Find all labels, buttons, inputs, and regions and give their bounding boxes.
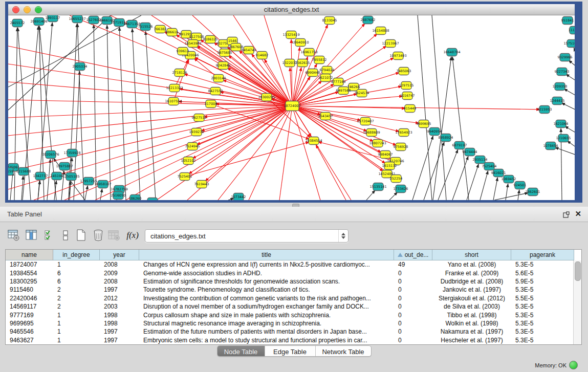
graph-edge	[389, 192, 398, 200]
graph-edge	[564, 89, 575, 96]
graph-node-label: 1862601	[526, 190, 540, 194]
graph-edge	[292, 106, 399, 132]
graph-node-label: 9242845	[216, 63, 231, 68]
cell-out_de: 0	[394, 337, 432, 344]
table-row[interactable]: 946362711997Embryonic stem cells: a mode…	[6, 336, 574, 344]
vertical-scrollbar[interactable]	[573, 260, 581, 344]
network-window-titlebar[interactable]: citations_edges.txt	[8, 4, 575, 15]
cell-out_de: 0	[394, 278, 432, 285]
graph-edge	[85, 186, 88, 200]
delete-table-icon[interactable]	[91, 227, 106, 244]
citation-network-graph[interactable]: 1872400724055722069140618931171065523715…	[8, 15, 575, 200]
column-header-out_de[interactable]: out_de...	[394, 250, 432, 260]
graph-node-label: 1322037	[282, 61, 297, 65]
table-row[interactable]: 911546021997Tourette syndrome. Phenomeno…	[6, 286, 574, 294]
network-canvas[interactable]: 1872400724055722069140618931171065523715…	[8, 15, 575, 200]
graph-node-label: 605135	[146, 200, 159, 200]
graph-edge	[566, 74, 575, 81]
graph-node-label: 8186325	[203, 37, 218, 41]
cell-out_de: 49	[394, 261, 432, 268]
cell-short: Jankovic et al. (1997)	[432, 286, 511, 293]
graph-node-label: 16961758	[300, 50, 317, 54]
graph-edge	[10, 172, 13, 200]
graph-edge	[467, 164, 478, 200]
table-row[interactable]: 946554611997Estimation of the future num…	[6, 327, 574, 336]
cell-year: 2008	[100, 278, 139, 285]
scrollbar-thumb[interactable]	[575, 261, 581, 281]
table-row[interactable]: 969969511998Structural magnetic resonanc…	[6, 319, 574, 327]
cell-pagerank: 5.3E-5	[511, 320, 574, 327]
graph-node-label: 1297515	[399, 83, 414, 87]
cell-name: 9777169	[6, 312, 53, 319]
tab-network-table[interactable]: Network Table	[316, 346, 371, 357]
graph-node-label: 18724007	[284, 104, 300, 108]
graph-edge	[316, 145, 346, 200]
graph-node-label: 9756928	[394, 145, 408, 149]
cell-out_de: 0	[394, 270, 432, 277]
cell-name: 14569117	[6, 303, 53, 310]
cell-title: Estimation of significance thresholds fo…	[139, 278, 394, 285]
graph-edge	[8, 46, 292, 106]
column-header-short[interactable]: short	[432, 250, 511, 260]
graph-node-label: 9640954	[427, 129, 442, 134]
table-row[interactable]: 1872400712008Changes of HCN gene express…	[6, 260, 574, 269]
column-header-pagerank[interactable]: pagerank	[511, 250, 574, 260]
import-table-icon[interactable]	[106, 227, 122, 244]
graph-edge	[227, 68, 292, 106]
column-header-in_degree[interactable]: in_degree	[53, 250, 100, 260]
show-column-icon[interactable]	[24, 227, 39, 244]
tab-node-table[interactable]: Node Table	[217, 346, 265, 357]
table-row[interactable]: 1830029562008Estimation of significance …	[6, 277, 574, 286]
graph-node-label: 15720407	[357, 119, 374, 123]
graph-edge	[185, 142, 309, 177]
cell-title: Corpus callosum shape and size in male p…	[139, 312, 394, 319]
graph-node-label: 9777169	[331, 80, 346, 84]
dropdown-stepper-icon[interactable]	[338, 230, 348, 242]
graph-edge	[107, 25, 111, 200]
graph-node-label: 18640910	[292, 40, 309, 45]
graph-node-label: 3624574	[355, 91, 369, 95]
tab-edge-table[interactable]: Edge Table	[265, 346, 316, 357]
cell-year: 2009	[100, 270, 139, 277]
graph-node-label: 9227343	[555, 70, 570, 74]
cell-short: Nakamura et al. (1997)	[432, 328, 511, 335]
table-select-dropdown[interactable]: citations_edges.txt	[145, 229, 349, 243]
column-header-name[interactable]: name	[6, 250, 53, 260]
cell-short: Yano et al. (2008)	[432, 261, 511, 268]
rows-icon[interactable]	[58, 227, 73, 244]
memory-status-icon[interactable]	[569, 361, 578, 369]
cell-short: Wolkin et al. (1998)	[432, 320, 511, 327]
row-selection-icon[interactable]	[42, 227, 57, 244]
graph-edge	[173, 59, 189, 101]
graph-node-label: 2718126	[172, 71, 187, 75]
table-row[interactable]: 2242004622012Investigating the contribut…	[6, 294, 574, 302]
table-row[interactable]: 977716911998Corpus callosum shape and si…	[6, 311, 574, 319]
column-header-title[interactable]: title	[139, 250, 394, 260]
cell-in_degree: 1	[53, 261, 100, 268]
cell-out_de: 0	[394, 295, 432, 302]
graph-node-label: 1939278	[189, 130, 204, 134]
table-settings-icon[interactable]	[6, 227, 21, 244]
cell-in_degree: 1	[53, 312, 100, 319]
graph-node-label: 1621064	[554, 122, 569, 126]
create-table-icon[interactable]	[73, 227, 89, 244]
function-builder-icon[interactable]: f(x)	[125, 227, 140, 244]
column-header-year[interactable]: year	[100, 250, 139, 260]
graph-edge	[494, 193, 528, 200]
graph-edge	[77, 24, 84, 200]
graph-edge	[74, 71, 80, 200]
graph-edge	[157, 106, 292, 200]
float-window-icon[interactable]	[563, 211, 570, 217]
graph-node-label: 1052102	[181, 159, 196, 163]
graph-edge	[561, 103, 575, 110]
graph-node-label: 17359928	[63, 151, 80, 155]
table-row[interactable]: 1938455462009Genome-wide association stu…	[6, 269, 574, 277]
cell-short: Dudbridge et al. (2008)	[432, 278, 511, 285]
graph-node-label: 7485063	[397, 69, 411, 73]
table-body: 1872400712008Changes of HCN gene express…	[6, 260, 574, 344]
graph-edge	[452, 156, 468, 200]
table-row[interactable]: 1456911722003Disruption of a novel membe…	[6, 302, 574, 311]
graph-edge	[38, 181, 40, 200]
close-panel-icon[interactable]: ✕	[575, 209, 581, 218]
cell-name: 18724007	[6, 261, 53, 268]
